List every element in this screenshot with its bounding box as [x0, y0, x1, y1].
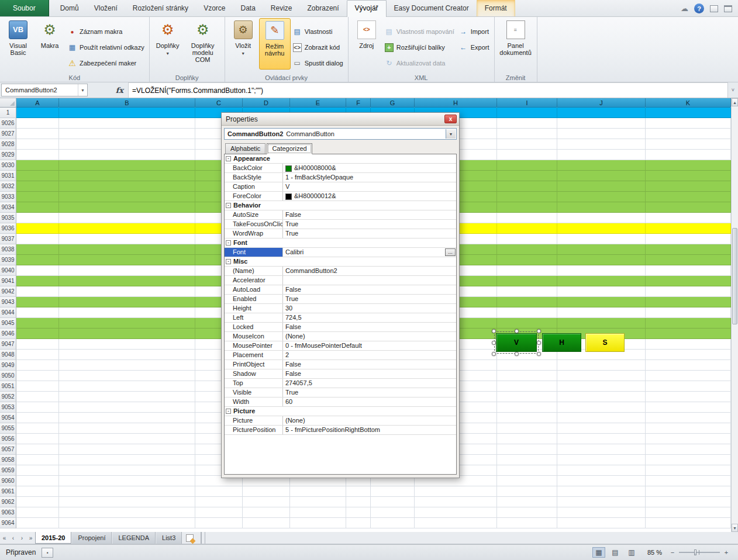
cell-F9062[interactable] — [346, 497, 371, 507]
cell-K9058[interactable] — [646, 455, 731, 465]
row-header-9053[interactable]: 9053 — [0, 402, 16, 413]
collapse-icon[interactable]: - — [226, 259, 231, 264]
zoom-level[interactable]: 85 % — [647, 549, 662, 556]
ribbon-tab-soubor[interactable]: Soubor — [0, 0, 49, 16]
cell-F9063[interactable] — [346, 507, 371, 518]
cell-B9041[interactable] — [59, 276, 195, 286]
property-category-picture[interactable]: -Picture — [225, 407, 456, 416]
cell-B9053[interactable] — [59, 402, 195, 413]
cell-I9058[interactable] — [497, 455, 557, 465]
cell-I9049[interactable] — [497, 360, 557, 371]
cell-B9044[interactable] — [59, 307, 195, 318]
property-row-picture[interactable]: Picture(None) — [225, 416, 456, 426]
cell-I9039[interactable] — [497, 255, 557, 265]
cell-A9051[interactable] — [16, 381, 59, 392]
cloud-icon[interactable]: ☁ — [681, 4, 688, 13]
cell-K9048[interactable] — [646, 350, 731, 360]
column-header-D[interactable]: D — [243, 98, 290, 108]
name-box[interactable]: CommandButton2 ▼ — [1, 84, 88, 96]
row-header-9064[interactable]: 9064 — [0, 518, 16, 528]
cell-K9063[interactable] — [646, 507, 731, 518]
cell-A9048[interactable] — [16, 350, 59, 360]
cell-H9061[interactable] — [415, 486, 497, 497]
cell-I9037[interactable] — [497, 234, 557, 244]
cell-B9049[interactable] — [59, 360, 195, 371]
command-button-h[interactable]: H — [542, 333, 581, 352]
property-value[interactable]: False — [283, 210, 456, 219]
cell-K9037[interactable] — [646, 234, 731, 244]
cell-I9036[interactable] — [497, 223, 557, 234]
cell-A9040[interactable] — [16, 265, 59, 276]
row-header-9038[interactable]: 9038 — [0, 244, 16, 255]
cell-B9052[interactable] — [59, 392, 195, 402]
cell-B9051[interactable] — [59, 381, 195, 392]
cell-J9031[interactable] — [557, 171, 646, 181]
cell-A9063[interactable] — [16, 507, 59, 518]
row-header-9032[interactable]: 9032 — [0, 181, 16, 192]
cell-G9064[interactable] — [371, 518, 415, 528]
cell-E9063[interactable] — [290, 507, 346, 518]
cell-I9059[interactable] — [497, 465, 557, 476]
property-row-shadow[interactable]: ShadowFalse — [225, 369, 456, 379]
row-header-9040[interactable]: 9040 — [0, 265, 16, 276]
property-value[interactable]: False — [283, 323, 456, 331]
cell-I9041[interactable] — [497, 276, 557, 286]
cell-B9054[interactable] — [59, 413, 195, 423]
cell-I9027[interactable] — [497, 129, 557, 139]
property-name[interactable]: AutoLoad — [225, 285, 283, 294]
row-header-9046[interactable]: 9046 — [0, 329, 16, 339]
cell-J9030[interactable] — [557, 160, 646, 171]
cell-J9029[interactable] — [557, 150, 646, 160]
row-header-9063[interactable]: 9063 — [0, 507, 16, 518]
cell-A9047[interactable] — [16, 339, 59, 350]
property-row-autoload[interactable]: AutoLoadFalse — [225, 285, 456, 295]
cell-B9031[interactable] — [59, 171, 195, 181]
property-row-enabled[interactable]: EnabledTrue — [225, 295, 456, 304]
cell-B9038[interactable] — [59, 244, 195, 255]
row-header-9028[interactable]: 9028 — [0, 139, 16, 150]
property-name[interactable]: BackColor — [225, 164, 283, 172]
cell-J9049[interactable] — [557, 360, 646, 371]
visual-basic-button[interactable]: VB Visual Basic — [2, 18, 34, 70]
cell-I9052[interactable] — [497, 392, 557, 402]
cell-C9062[interactable] — [195, 497, 243, 507]
tab-scroll-split-handle[interactable] — [201, 532, 205, 544]
property-value[interactable]: (None) — [283, 416, 456, 425]
cell-J9037[interactable] — [557, 234, 646, 244]
help-icon[interactable]: ? — [694, 4, 704, 13]
last-sheet-icon[interactable]: » — [26, 532, 35, 544]
cell-A9035[interactable] — [16, 213, 59, 223]
cell-K9028[interactable] — [646, 139, 731, 150]
cell-A9037[interactable] — [16, 234, 59, 244]
cell-J9044[interactable] — [557, 307, 646, 318]
property-row-mouseicon[interactable]: MouseIcon(None) — [225, 332, 456, 341]
name-box-dropdown-icon[interactable]: ▼ — [78, 84, 87, 96]
view-page-break-icon[interactable]: ▥ — [625, 547, 638, 558]
macro-security-button[interactable]: ⚠ Zabezpečení maker — [65, 58, 147, 68]
cell-B9063[interactable] — [59, 507, 195, 518]
row-header-9062[interactable]: 9062 — [0, 497, 16, 507]
cell-K9056[interactable] — [646, 434, 731, 444]
row-header-9027[interactable]: 9027 — [0, 129, 16, 139]
cell-A9057[interactable] — [16, 444, 59, 455]
column-header-H[interactable]: H — [415, 98, 497, 108]
property-value[interactable]: 724,5 — [283, 313, 456, 322]
row-header-9033[interactable]: 9033 — [0, 192, 16, 202]
cell-K9035[interactable] — [646, 213, 731, 223]
row-header-9035[interactable]: 9035 — [0, 213, 16, 223]
cell-I9057[interactable] — [497, 444, 557, 455]
export-button[interactable]: ← Export — [457, 42, 492, 53]
cell-J9027[interactable] — [557, 129, 646, 139]
ribbon-tab-rozlo-en-str-nky[interactable]: Rozložení stránky — [125, 1, 196, 16]
properties-tab-categorized[interactable]: Categorized — [267, 143, 312, 154]
property-name[interactable]: MouseIcon — [225, 332, 283, 341]
cell-K9039[interactable] — [646, 255, 731, 265]
cell-I9026[interactable] — [497, 118, 557, 129]
map-properties-button[interactable]: ▤ Vlastnosti mapování — [382, 26, 457, 37]
cell-J9052[interactable] — [557, 392, 646, 402]
cell-A9030[interactable] — [16, 160, 59, 171]
cell-I9034[interactable] — [497, 202, 557, 213]
cell-I9038[interactable] — [497, 244, 557, 255]
cell-D9063[interactable] — [243, 507, 290, 518]
cell-A9033[interactable] — [16, 192, 59, 202]
